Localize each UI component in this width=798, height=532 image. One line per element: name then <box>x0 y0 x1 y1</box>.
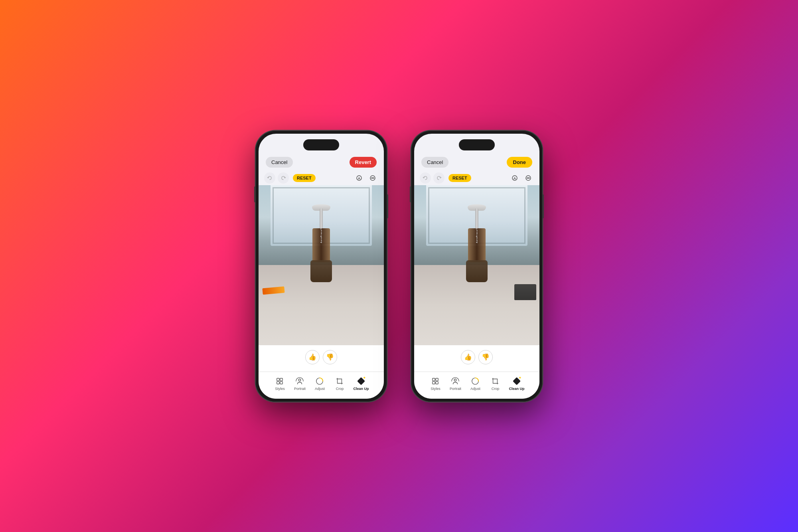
undo-button-right[interactable] <box>420 172 431 184</box>
cleanup-icon-left: ✦ <box>357 377 365 386</box>
reset-button-right[interactable]: RESET <box>448 174 471 182</box>
svg-rect-20 <box>433 381 435 384</box>
aeropress-body-right: AeroPress® <box>468 228 486 262</box>
svg-point-3 <box>371 178 372 178</box>
bottom-toolbar-right: Styles Portrait <box>414 372 539 399</box>
svg-point-16 <box>528 178 529 178</box>
portrait-label-left: Portrait <box>294 387 306 391</box>
cleanup-label-right: Clean Up <box>509 387 524 391</box>
phone-right: Cancel Done RESET A <box>411 131 543 402</box>
photo-area-right[interactable]: AeroPress® <box>414 185 539 345</box>
tool-crop-right[interactable]: Crop <box>486 375 505 392</box>
more-button-right[interactable] <box>523 172 534 184</box>
tool-portrait-right[interactable]: Portrait <box>446 375 465 392</box>
svg-rect-19 <box>436 378 438 380</box>
portrait-icon-left <box>295 377 304 386</box>
thumbs-row-left: 👍 👎 <box>305 350 337 364</box>
bottom-white-right: 👍 👎 <box>414 345 539 372</box>
styles-icon-right <box>431 377 440 386</box>
svg-rect-21 <box>436 381 438 384</box>
aeropress-body-left: AeroPress® <box>312 228 330 262</box>
thumbs-down-button-left[interactable]: 👎 <box>323 350 337 364</box>
svg-point-10 <box>299 379 301 381</box>
phone-screen-left: Cancel Revert RESET <box>259 134 384 399</box>
bottom-white-left: 👍 👎 <box>259 345 384 372</box>
tool-cleanup-left[interactable]: ✦ Clean Up <box>350 375 372 392</box>
adjust-icon-left <box>315 377 324 386</box>
tool-cleanup-right[interactable]: ✦ Clean Up <box>506 375 527 392</box>
aeropress-label-left: AeroPress® <box>320 228 322 243</box>
thumbs-up-button-right[interactable]: 👍 <box>461 350 475 364</box>
svg-point-4 <box>372 178 373 178</box>
crop-icon-left <box>335 377 344 386</box>
tool-crop-left[interactable]: Crop <box>330 375 349 392</box>
styles-icon-left <box>275 377 284 386</box>
edit-toolbar-left: RESET A <box>259 171 384 185</box>
tool-portrait-left[interactable]: Portrait <box>290 375 309 392</box>
phone-left: Cancel Revert RESET <box>255 131 387 402</box>
redo-button-right[interactable] <box>433 172 444 184</box>
adjust-label-left: Adjust <box>315 387 325 391</box>
svg-point-17 <box>529 178 530 178</box>
aeropress-base-right <box>466 260 488 282</box>
bottom-toolbar-left: Styles Portrait <box>259 372 384 399</box>
styles-label-right: Styles <box>431 387 440 391</box>
done-button-right[interactable]: Done <box>507 157 533 168</box>
svg-rect-18 <box>433 378 435 380</box>
portrait-icon-right <box>451 377 460 386</box>
auto-button-right[interactable]: A <box>509 172 520 184</box>
adjust-icon-right <box>471 377 480 386</box>
crop-icon-right <box>491 377 500 386</box>
more-button-left[interactable] <box>367 172 378 184</box>
tool-adjust-left[interactable]: Adjust <box>310 375 329 392</box>
cleanup-icon-right: ✦ <box>512 377 521 386</box>
photo-area-left[interactable]: AeroPress® <box>259 185 384 345</box>
styles-label-left: Styles <box>275 387 285 391</box>
photo-laptop-right <box>514 284 536 300</box>
thumbs-down-button-right[interactable]: 👎 <box>478 350 493 364</box>
cancel-button-right[interactable]: Cancel <box>421 157 448 168</box>
undo-button-left[interactable] <box>264 172 275 184</box>
reset-button-left[interactable]: RESET <box>293 174 316 182</box>
aeropress-label-right: AeroPress® <box>476 228 478 243</box>
auto-button-left[interactable]: A <box>354 172 365 184</box>
thumbs-up-button-left[interactable]: 👍 <box>305 350 320 364</box>
crop-label-left: Crop <box>336 387 344 391</box>
svg-text:A: A <box>358 176 361 180</box>
cleanup-label-left: Clean Up <box>353 387 369 391</box>
redo-button-left[interactable] <box>278 172 289 184</box>
crop-label-right: Crop <box>492 387 500 391</box>
tool-styles-right[interactable]: Styles <box>426 375 445 392</box>
svg-rect-9 <box>280 381 282 384</box>
thumbs-row-right: 👍 👎 <box>461 350 493 364</box>
cancel-button-left[interactable]: Cancel <box>266 157 293 168</box>
tool-styles-left[interactable]: Styles <box>270 375 289 392</box>
aeropress-right: AeroPress® <box>467 204 487 284</box>
adjust-label-right: Adjust <box>470 387 480 391</box>
aeropress-left: AeroPress® <box>311 204 331 284</box>
svg-point-22 <box>454 379 456 381</box>
dynamic-island-left <box>303 139 339 150</box>
edit-toolbar-right: RESET A <box>414 171 539 185</box>
portrait-label-right: Portrait <box>450 387 461 391</box>
tool-adjust-right[interactable]: Adjust <box>466 375 485 392</box>
dynamic-island-right <box>459 139 495 150</box>
revert-button-left[interactable]: Revert <box>350 157 377 168</box>
aeropress-base-left <box>310 260 332 282</box>
svg-text:A: A <box>514 176 516 180</box>
svg-point-15 <box>527 178 528 178</box>
svg-rect-6 <box>277 378 279 380</box>
svg-rect-7 <box>280 378 282 380</box>
phone-screen-right: Cancel Done RESET A <box>414 134 539 399</box>
svg-point-5 <box>373 178 374 178</box>
svg-rect-8 <box>277 381 279 384</box>
